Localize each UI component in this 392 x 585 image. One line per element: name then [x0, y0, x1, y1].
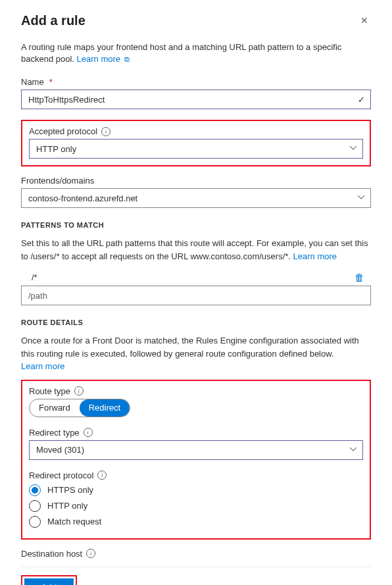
pattern-add-input[interactable] [21, 286, 371, 305]
route-details-heading: ROUTE DETAILS [21, 318, 371, 326]
patterns-heading: PATTERNS TO MATCH [21, 221, 371, 229]
add-button-highlight: Add [21, 575, 77, 585]
radio-icon [29, 484, 41, 496]
radio-icon [29, 500, 41, 512]
patterns-desc: Set this to all the URL path patterns th… [21, 237, 371, 263]
redirect-protocol-https-only[interactable]: HTTPS only [29, 484, 363, 496]
external-link-icon: ⧉ [124, 55, 130, 63]
intro-learn-more-link[interactable]: Learn more ⧉ [77, 54, 130, 64]
route-config-highlight: Route type i Forward Redirect Redirect t… [21, 380, 371, 540]
patterns-learn-more-link[interactable]: Learn more [293, 251, 337, 261]
route-details-learn-more-link[interactable]: Learn more [21, 361, 64, 371]
frontends-label: Frontends/domains [21, 176, 371, 186]
redirect-protocol-label: Redirect protocol i [29, 471, 363, 480]
redirect-protocol-match-request[interactable]: Match request [29, 516, 363, 528]
name-input[interactable]: HttpToHttpsRedirect ✓ [21, 89, 371, 109]
frontends-select[interactable]: contoso-frontend.azurefd.net [21, 188, 371, 208]
name-label: Name* [21, 77, 371, 87]
pattern-item: /* 🗑 [21, 269, 371, 286]
route-type-forward[interactable]: Forward [30, 399, 80, 417]
radio-icon [29, 516, 41, 528]
add-button[interactable]: Add [24, 578, 74, 585]
panel-title: Add a rule [21, 13, 86, 28]
trash-icon[interactable]: 🗑 [355, 272, 364, 283]
redirect-protocol-http-only[interactable]: HTTP only [29, 500, 363, 512]
info-icon[interactable]: i [86, 549, 95, 558]
chevron-down-icon [349, 445, 357, 455]
redirect-type-label: Redirect type i [29, 428, 363, 438]
route-type-redirect[interactable]: Redirect [80, 399, 130, 417]
chevron-down-icon [357, 193, 365, 203]
route-type-segmented: Forward Redirect [29, 399, 130, 417]
check-icon: ✓ [358, 95, 365, 105]
route-type-label: Route type i [29, 386, 363, 396]
destination-host-label: Destination host i [21, 549, 371, 559]
info-icon[interactable]: i [74, 386, 84, 395]
intro-text: A routing rule maps your frontend host a… [21, 41, 371, 65]
accepted-protocol-label: Accepted protocol i [29, 126, 363, 136]
info-icon[interactable]: i [97, 471, 107, 480]
accepted-protocol-select[interactable]: HTTP only [29, 139, 363, 159]
route-details-desc: Once a route for a Front Door is matched… [21, 334, 371, 373]
chevron-down-icon [349, 144, 357, 154]
required-indicator: * [49, 77, 53, 87]
redirect-type-select[interactable]: Moved (301) [29, 440, 363, 460]
info-icon[interactable]: i [84, 428, 93, 437]
accepted-protocol-highlight: Accepted protocol i HTTP only [21, 120, 371, 166]
info-icon[interactable]: i [101, 127, 110, 136]
close-icon[interactable]: ✕ [358, 13, 371, 28]
